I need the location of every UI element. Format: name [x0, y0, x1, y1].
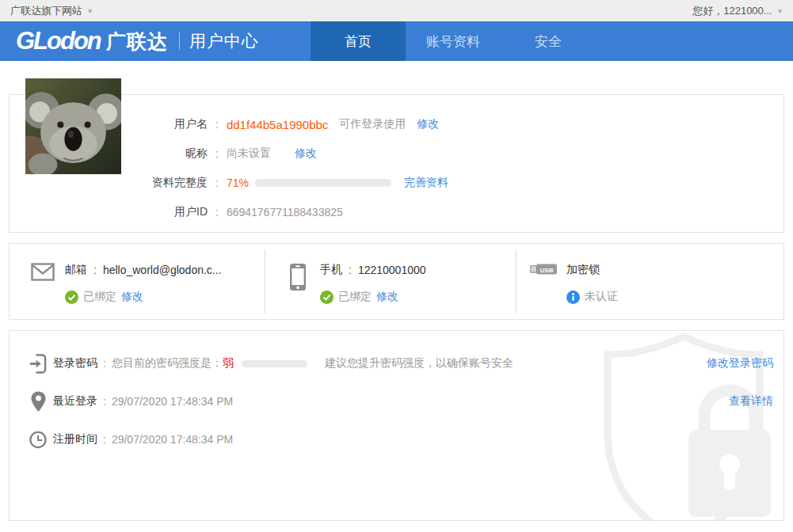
bindings-card: 邮箱 : hello_world@glodon.c... 已绑定 修改: [9, 243, 784, 320]
completeness-progressbar: [255, 179, 391, 187]
smartphone-icon: [284, 262, 312, 304]
tab-security[interactable]: 安全: [501, 21, 596, 61]
colon: :: [215, 147, 219, 160]
email-binding: 邮箱 : hello_world@glodon.c... 已绑定 修改: [10, 244, 265, 319]
location-pin-icon: [29, 391, 47, 412]
colon: :: [215, 206, 219, 218]
colon: :: [93, 264, 97, 276]
modify-nickname-link[interactable]: 修改: [295, 146, 317, 161]
login-arrow-icon: [29, 353, 47, 374]
colon: :: [103, 357, 106, 370]
userid-value: 6694176771188433825: [227, 206, 343, 218]
logo-wordmark-cn: 广联达: [106, 28, 168, 55]
register-time-row: 注册时间 : 29/07/2020 17:48:34 PM: [10, 431, 783, 448]
glodon-logo[interactable]: GLodon 广联达 用户中心: [16, 21, 259, 61]
phone-binding: 手机 : 12210001000 已绑定 修改: [265, 244, 516, 319]
info-circle-icon: [566, 291, 580, 304]
email-value: hello_world@glodon.c...: [103, 264, 222, 276]
sites-dropdown[interactable]: 广联达旗下网站 ∨: [10, 4, 93, 18]
view-login-details-link[interactable]: 查看详情: [729, 394, 773, 408]
userid-row: 用户ID : 6694176771188433825: [10, 204, 783, 220]
last-login-label: 最近登录: [53, 394, 97, 408]
user-menu[interactable]: 您好，1221000... ∨: [692, 4, 783, 18]
password-label: 登录密码: [53, 356, 97, 370]
dongle-label: 加密锁: [566, 263, 600, 277]
logo-subtitle: 用户中心: [189, 30, 259, 52]
colon: :: [215, 177, 219, 189]
password-strength-value: 弱: [223, 356, 234, 370]
app-header: GLodon 广联达 用户中心 首页 账号资料 安全: [0, 21, 793, 61]
register-time-label: 注册时间: [53, 432, 97, 446]
phone-label: 手机: [320, 263, 342, 277]
dongle-binding: USB 加密锁 未认证: [516, 244, 783, 319]
svg-text:USB: USB: [540, 267, 554, 274]
userid-label: 用户ID: [10, 205, 208, 219]
nickname-row: 昵称 : 尚未设置 修改: [10, 146, 783, 162]
logo-wordmark-en: GLodon: [16, 27, 102, 55]
main-nav: 首页 账号资料 安全: [311, 21, 596, 61]
email-status: 已绑定: [83, 290, 116, 304]
sites-dropdown-label: 广联达旗下网站: [10, 4, 82, 18]
nickname-value: 尚未设置: [227, 146, 271, 161]
last-login-row: 最近登录 : 29/07/2020 17:48:34 PM 查看详情: [10, 393, 783, 410]
colon: :: [215, 118, 219, 131]
username-note: 可作登录使用: [339, 117, 406, 131]
modify-username-link[interactable]: 修改: [417, 117, 439, 131]
profile-card: 用户名 : dd1f44b5a1990bbc 可作登录使用 修改 昵称 : 尚未…: [9, 94, 784, 233]
avatar-image[interactable]: [25, 78, 121, 174]
tab-home[interactable]: 首页: [311, 21, 406, 61]
modify-email-link[interactable]: 修改: [121, 290, 143, 304]
username-value: dd1f44b5a1990bbc: [227, 118, 328, 131]
tab-account-profile-label: 账号资料: [426, 32, 480, 51]
colon: :: [103, 433, 106, 446]
dongle-status: 未认证: [585, 290, 618, 304]
user-greeting: 您好，1221000...: [692, 4, 772, 18]
security-card: 登录密码 : 您目前的密码强度是： 弱 建议您提升密码强度，以确保账号安全 修改…: [9, 330, 784, 521]
utility-bar: 广联达旗下网站 ∨ 您好，1221000... ∨: [0, 0, 793, 21]
colon: :: [103, 395, 106, 408]
tab-home-label: 首页: [345, 32, 372, 51]
username-row: 用户名 : dd1f44b5a1990bbc 可作登录使用 修改: [10, 116, 783, 132]
envelope-icon: [29, 262, 57, 304]
chevron-down-icon: ∨: [87, 7, 93, 14]
phone-value: 12210001000: [358, 264, 426, 276]
password-suggestion: 建议您提升密码强度，以确保账号安全: [325, 356, 513, 370]
clock-icon: [29, 431, 47, 449]
password-strength-prefix: 您目前的密码强度是：: [112, 356, 223, 370]
change-password-link[interactable]: 修改登录密码: [707, 356, 773, 370]
complete-profile-link[interactable]: 完善资料: [404, 176, 448, 190]
chevron-down-icon: ∨: [777, 7, 783, 14]
completeness-value: 71%: [227, 177, 249, 189]
logo-divider: [179, 32, 180, 50]
tab-security-label: 安全: [535, 32, 562, 51]
modify-phone-link[interactable]: 修改: [376, 290, 398, 304]
completeness-row: 资料完整度 : 71% 完善资料: [10, 175, 783, 191]
password-strength-bar: [242, 360, 307, 367]
completeness-label: 资料完整度: [10, 176, 208, 190]
check-circle-icon: [320, 291, 334, 304]
password-row: 登录密码 : 您目前的密码强度是： 弱 建议您提升密码强度，以确保账号安全 修改…: [10, 355, 783, 372]
last-login-value: 29/07/2020 17:48:34 PM: [112, 395, 233, 408]
usb-dongle-icon: USB: [530, 262, 559, 304]
colon: :: [349, 264, 352, 276]
check-circle-icon: [65, 291, 78, 304]
register-time-value: 29/07/2020 17:48:34 PM: [112, 433, 233, 446]
phone-status: 已绑定: [338, 290, 372, 304]
tab-account-profile[interactable]: 账号资料: [406, 21, 501, 61]
email-label: 邮箱: [65, 263, 87, 277]
